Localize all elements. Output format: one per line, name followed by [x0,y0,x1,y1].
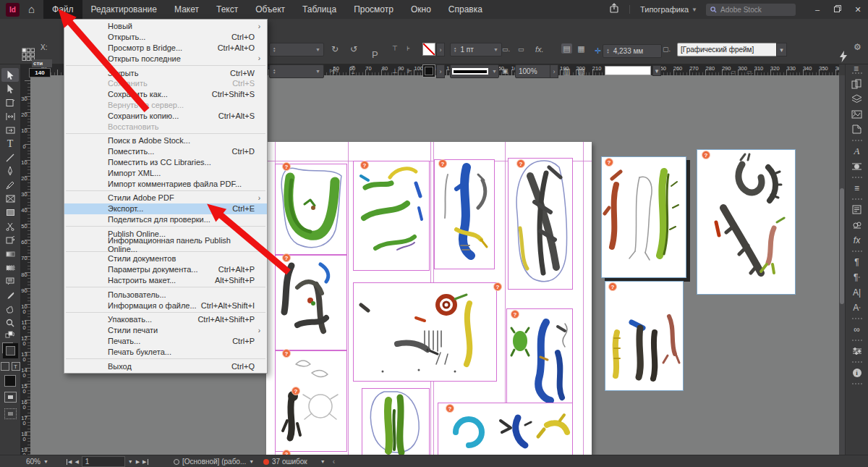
pencil-tool[interactable] [1,178,19,192]
swap-fill-stroke-icon[interactable] [1,329,19,340]
distribute-v-icon[interactable]: ⊩ [407,67,412,75]
file-menu-item[interactable]: Импорт XML... [64,167,267,178]
gradient-feather-tool[interactable] [1,261,19,274]
missing-link-badge[interactable]: ? [608,282,617,291]
missing-link-badge[interactable]: ? [282,349,291,358]
missing-link-badge[interactable]: ? [438,159,447,168]
file-menu-item[interactable]: Информация о файле... Ctrl+Alt+Shift+I [64,300,267,311]
minimize-button[interactable]: – [807,0,827,19]
file-menu-item[interactable]: Параметры документа... Ctrl+Alt+P [64,264,267,275]
image-frame-wave-birds[interactable] [438,403,573,455]
missing-link-badge[interactable]: ? [511,310,519,319]
distribute-icon[interactable]: ⊦ [407,45,410,52]
home-icon[interactable]: ⌂ [28,0,35,19]
collapse-icon[interactable]: ‹ [333,458,335,466]
layers-panel-icon[interactable] [849,92,865,106]
type-tool[interactable]: T [1,137,19,151]
text-styles-panel-icon[interactable] [849,203,865,216]
formatting-container-icon[interactable] [1,362,9,371]
vertical-ruler[interactable]: 3020100102030405060708090100110120130140… [20,75,30,455]
cc-libraries-panel-icon[interactable] [849,218,865,232]
file-menu-item[interactable]: Стили печати › [64,325,267,336]
previous-page-button[interactable]: ◀ [75,459,78,465]
effects-panel-icon[interactable]: fx [849,233,865,247]
image-frame-shark[interactable] [508,158,573,290]
stroke-weight-panel-icon[interactable]: ≡ [849,181,865,195]
scale-x-field[interactable]: ▲▼▼ [269,43,324,56]
quick-actions-icon[interactable] [839,51,848,63]
zoom-level-dropdown[interactable]: 60% ▼ [26,455,48,467]
file-menu-item[interactable]: Поместить из CC Libraries... [64,157,267,168]
missing-link-badge[interactable]: ? [605,158,613,167]
file-menu-item[interactable]: Стили документов [64,253,267,264]
workspace-switcher[interactable]: Типографика [629,5,689,14]
align-top-icon[interactable]: ⊤ [392,45,398,52]
stroke-style-dropdown[interactable]: ▼ [450,64,499,78]
formatting-text-icon[interactable]: T [12,362,20,371]
character-styles-panel-icon[interactable]: A▫ [849,300,865,314]
restore-button[interactable] [827,0,848,19]
file-menu-item[interactable]: Печать буклета... [64,346,267,357]
wrap-none-icon[interactable]: ▤ [561,43,572,54]
file-menu-item[interactable]: Настроить макет... Alt+Shift+P [64,275,267,286]
missing-link-badge[interactable]: ? [493,282,502,291]
gear-icon[interactable]: ⚙ [854,42,861,52]
missing-link-badge[interactable]: ? [292,387,300,395]
scissors-tool[interactable] [1,219,19,233]
menubar-item[interactable]: Просмотр [345,0,402,19]
file-menu-item[interactable]: Информационная панель Publish Online... [64,239,267,250]
fill-stroke-indicator[interactable] [2,342,18,358]
file-menu-item[interactable]: Пользователь... [64,289,267,300]
last-page-button[interactable]: ▶ [142,459,148,465]
frame-fitting-options-icon[interactable]: ▢. [663,46,671,53]
hand-tool[interactable] [1,302,19,316]
first-page-button[interactable]: ◀ [67,459,72,465]
file-menu-item[interactable]: Просмотр в Bridge... Ctrl+Alt+O [64,43,267,54]
missing-link-badge[interactable]: ? [516,159,525,168]
adobe-stock-search[interactable]: Adobe Stock [706,4,796,16]
menubar-item[interactable]: Таблица [294,0,345,19]
image-frame-crocodile-u[interactable] [275,164,347,255]
wrap-jump-icon[interactable]: ▧ [576,66,587,76]
direct-selection-tool[interactable] [1,82,19,96]
close-button[interactable]: ✕ [848,0,868,19]
rotate-cw-icon[interactable]: ↻ [331,44,339,54]
file-menu-item[interactable]: Поиск в Adobe Stock... [64,135,267,146]
rotate-ccw-icon[interactable]: ↺ [350,44,357,54]
corner-options-icon[interactable]: ▭. [502,46,510,53]
menubar-item[interactable]: Редактирование [82,0,166,19]
file-menu-item[interactable]: Упаковать... Ctrl+Alt+Shift+P [64,314,267,325]
missing-link-badge[interactable]: ? [360,161,369,169]
screen-mode-normal-icon[interactable] [4,392,17,403]
content-collector-tool[interactable] [1,123,19,137]
hyperlinks-panel-icon[interactable]: ∞ [849,322,865,336]
corner-shape-icon[interactable]: ▭ [518,46,524,53]
stroke-weight-field[interactable]: ▲▼1 пт▼ [450,43,502,56]
image-frame-seaweed[interactable] [362,388,430,455]
page-dropdown-chevron[interactable]: ▼ [128,459,133,464]
preflight-status[interactable]: [Основной] (рабо... ▼ [174,455,254,467]
wrap-shape-icon[interactable]: ▥ [561,66,572,76]
menubar-item[interactable]: Справка [440,0,491,19]
pasteboard-image-seals-fish[interactable] [605,281,684,391]
menubar-item[interactable]: Объект [247,0,294,19]
menubar-item[interactable]: Окно [402,0,440,19]
missing-link-badge[interactable]: ? [282,450,291,455]
selection-tool[interactable] [1,68,19,82]
vertical-scrollbar[interactable] [839,75,845,455]
page-number-field[interactable]: 1 [82,456,125,467]
file-menu-item[interactable]: Сохранить как... Ctrl+Shift+S [64,89,267,100]
menubar-item[interactable]: Файл [43,0,82,19]
fitting-expand-button[interactable]: › [550,64,558,78]
menubar-item[interactable]: Макет [166,0,208,19]
wrap-offset-field[interactable]: ▲▼4,233 мм [603,44,662,58]
apply-color-button[interactable] [4,375,16,387]
file-menu-item[interactable]: Открыть последние › [64,53,267,64]
character-panel-icon[interactable]: A [849,144,865,158]
file-menu-item[interactable]: Вернуть на сервер... [64,100,267,111]
pages-panel-icon[interactable] [849,77,865,91]
stroke-black-swatch[interactable] [3,343,18,358]
line-tool[interactable] [1,151,19,164]
style-override-icon[interactable]: ▱ [731,68,736,75]
menubar-item[interactable]: Текст [208,0,247,19]
